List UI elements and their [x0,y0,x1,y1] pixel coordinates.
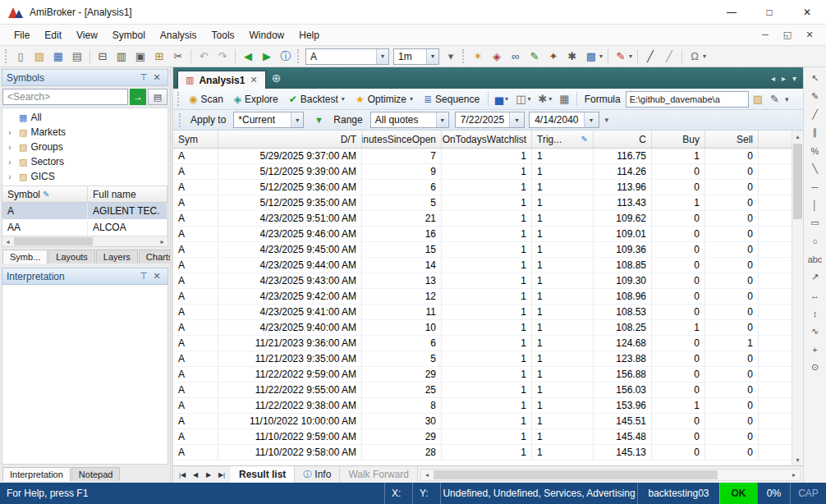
menu-edit[interactable]: Edit [37,26,69,44]
close-panel-icon[interactable]: ✕ [150,271,163,282]
tab-scroll-right-icon[interactable]: ▸ [782,74,786,83]
column-header-sym[interactable]: Sym [173,131,218,148]
print-preview-icon[interactable]: ▥ [112,48,131,66]
result-row[interactable]: A4/23/2025 9:46:00 AM1611109.0100 [173,227,792,242]
tab-close-icon[interactable]: ✕ [250,75,257,85]
draw-color-pencil-icon[interactable]: ✎ [612,48,630,66]
new-tab-icon[interactable]: ⊕ [272,71,282,85]
tree-item-gics[interactable]: ›▨GICS [2,169,167,184]
tab-scroll-left-icon[interactable]: ◂ [771,74,775,83]
mdi-restore-button[interactable]: ◱ [778,30,797,40]
search-go-button[interactable]: → [130,89,146,105]
scrollbar-track[interactable] [13,236,157,246]
vertical-scrollbar[interactable]: ▴ ▾ [792,131,803,465]
menu-view[interactable]: View [69,26,105,44]
explore-button[interactable]: ◈ Explore [229,90,283,108]
info-icon[interactable]: ⓘ [277,48,295,66]
pin-icon[interactable]: ⊤ [137,72,150,83]
scrollbar-track[interactable] [792,142,803,454]
tab-notepad[interactable]: Notepad [71,467,121,481]
result-row[interactable]: A4/23/2025 9:41:00 AM1111108.5300 [173,305,792,320]
crosshair-tool-icon[interactable]: + [807,342,824,356]
toolbar-overflow-icon[interactable]: ▾ [785,95,789,103]
backtest-button[interactable]: ✔ Backtest ▾ [284,90,350,108]
back-icon[interactable]: ◀ [239,48,257,66]
new-file-icon[interactable]: ▯ [11,48,30,66]
zoom-tool-icon[interactable]: ⊙ [807,360,824,374]
result-row[interactable]: A5/12/2025 9:35:00 AM511113.4310 [173,195,792,211]
dropdown-arrow-icon[interactable]: ▾ [629,53,632,60]
arrow-tool-icon[interactable]: ↗ [807,270,824,284]
redo-icon[interactable]: ↷ [213,48,232,66]
next-page-button[interactable]: ▶ [202,468,215,482]
horizontal-arrow-tool-icon[interactable]: ↔ [807,288,824,302]
scrollbar-thumb[interactable] [793,144,802,219]
report-chart-button[interactable]: ▅ ▾ [492,90,512,108]
cut-icon[interactable]: ✂ [169,48,187,66]
edit-formula-icon[interactable]: ✎ [525,48,544,66]
vertical-arrow-tool-icon[interactable]: ↕ [807,306,824,320]
result-row[interactable]: A4/23/2025 9:40:00 AM1011108.2510 [173,320,792,336]
range-combo[interactable]: All quotes ▾ [370,112,449,128]
scrollbar-thumb[interactable] [434,470,718,479]
tab-result-list[interactable]: Result list [231,466,295,483]
result-row[interactable]: A4/23/2025 9:44:00 AM1411108.8500 [173,258,792,273]
paste-icon[interactable]: ⊞ [150,48,168,66]
optimize-button[interactable]: ★ Optimize ▾ [351,90,418,108]
result-row[interactable]: A5/12/2025 9:36:00 AM611113.9600 [173,180,792,195]
minimize-button[interactable]: — [713,0,750,24]
first-page-button[interactable]: |◀ [176,468,189,482]
scrollbar-track[interactable] [433,470,788,480]
column-header-ontodayswatchlist[interactable]: OnTodaysWatchlist [442,131,532,148]
result-row[interactable]: A5/12/2025 9:39:00 AM911114.2600 [173,164,792,180]
result-row[interactable]: A4/23/2025 9:42:00 AM1211108.9600 [173,289,792,305]
result-row[interactable]: A11/10/2022 9:58:00 AM2811145.1300 [173,445,792,460]
result-row[interactable]: A11/21/2023 9:35:00 AM511123.8800 [173,351,792,367]
undo-icon[interactable]: ↶ [195,48,213,66]
scroll-right-icon[interactable]: ▸ [788,471,800,479]
column-header-minutessinceopen[interactable]: MinutesSinceOpen [362,131,442,148]
save-icon[interactable]: ▦ [49,48,67,66]
formula-path-input[interactable] [626,91,749,108]
trendline-tool-icon[interactable]: ╱ [807,108,824,121]
symbol-search-input[interactable] [2,89,128,105]
wizard-icon[interactable]: ✶ [469,48,487,66]
tree-item-sectors[interactable]: ›▨Sectors [2,154,167,169]
chevron-down-icon[interactable]: ▾ [376,49,388,64]
scan-button[interactable]: ◉ Scan [184,90,228,108]
result-row[interactable]: A4/23/2025 9:43:00 AM1311109.3000 [173,273,792,289]
settings-button[interactable]: ✱ ▾ [535,90,555,108]
ray-line-icon[interactable]: ╱ [660,48,678,66]
result-row[interactable]: A11/10/2022 10:00:00 AM3011145.5100 [173,414,792,429]
toolbar-overflow-icon[interactable]: ▾ [442,48,460,66]
symbol-row[interactable]: AAGILENT TEC. [2,203,167,219]
result-row[interactable]: A5/29/2025 9:37:00 AM711116.7510 [173,149,792,164]
interval-combo[interactable]: 1m▾ [393,48,439,65]
tab-interpretation[interactable]: Interpretation [2,467,71,481]
close-button[interactable]: ✕ [788,0,826,24]
select-tool-icon[interactable]: ↖ [807,71,824,85]
regression-line-tool-icon[interactable]: ╲ [807,162,824,176]
window-layout-button[interactable]: ◫ ▾ [512,90,534,108]
sequence-button[interactable]: ≣ Sequence [419,90,484,108]
tab-analysis1[interactable]: ▥ Analysis1 ✕ [177,71,266,89]
tab-info[interactable]: ⓘInfo [295,466,340,483]
tab-layouts[interactable]: Layouts [48,250,95,263]
print-icon[interactable]: ⊟ [94,48,112,66]
insert-indicator-icon[interactable]: ◈ [488,48,506,66]
draw-pencil-tool-icon[interactable]: ✎ [807,89,824,103]
menu-file[interactable]: File [7,26,37,44]
dropdown-arrow-icon[interactable]: ▾ [703,53,706,60]
magnet-icon[interactable]: Ω [686,48,704,66]
tab-layers[interactable]: Layers [96,250,138,263]
close-panel-icon[interactable]: ✕ [150,72,163,83]
result-row[interactable]: A11/10/2022 9:59:00 AM2911145.4800 [173,429,792,445]
mdi-minimize-button[interactable]: ─ [755,30,775,40]
apply-to-combo[interactable]: *Current ▾ [233,112,304,128]
ellipse-tool-icon[interactable]: ○ [807,234,824,248]
column-header-d-t[interactable]: D/T [218,131,362,148]
menu-analysis[interactable]: Analysis [153,26,204,44]
horizontal-line-tool-icon[interactable]: ─ [807,180,824,194]
result-row[interactable]: A4/23/2025 9:51:00 AM2111109.6200 [173,211,792,227]
result-row[interactable]: A11/22/2022 9:59:00 AM2911156.8800 [173,367,792,383]
